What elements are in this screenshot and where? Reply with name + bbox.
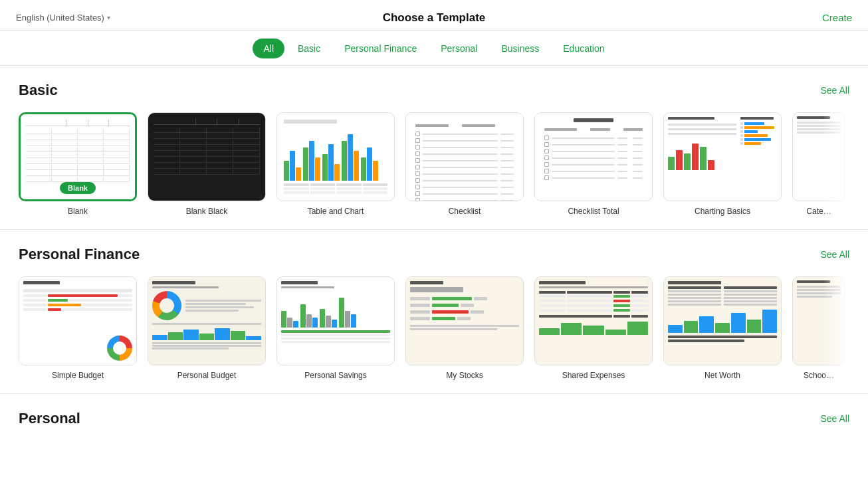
template-table-chart-label: Table and Chart — [308, 207, 364, 216]
template-personal-savings-thumb — [276, 276, 395, 365]
template-personal-budget-label: Personal Budget — [177, 371, 237, 380]
section-basic-title: Basic — [19, 82, 58, 99]
template-simple-budget[interactable]: Simple Budget — [19, 276, 137, 380]
see-all-personal[interactable]: See All — [820, 413, 849, 424]
template-blank-black-thumb — [148, 112, 266, 201]
template-personal-budget-thumb — [148, 276, 266, 365]
tab-business[interactable]: Business — [490, 39, 550, 58]
chevron-down-icon: ▾ — [107, 14, 110, 21]
template-my-stocks-label: My Stocks — [446, 371, 483, 380]
template-simple-budget-thumb — [19, 276, 137, 365]
template-checklist-total[interactable]: Checklist Total — [534, 112, 653, 216]
header: English (United States) ▾ Choose a Templ… — [0, 0, 868, 31]
template-blank[interactable]: Blank Blank — [19, 112, 137, 216]
tab-personal[interactable]: Personal — [430, 39, 488, 58]
template-checklist-total-label: Checklist Total — [568, 207, 619, 216]
template-cate-partial[interactable]: Cate… — [792, 112, 845, 216]
section-personal: Personal See All — [0, 394, 868, 454]
template-table-chart-thumb — [276, 112, 395, 201]
section-personal-finance: Personal Finance See All — [0, 230, 868, 394]
page-title: Choose a Template — [383, 11, 486, 25]
template-school-thumb — [792, 276, 845, 365]
template-shared-expenses-thumb — [534, 276, 653, 365]
tab-all[interactable]: All — [253, 39, 284, 58]
template-checklist-thumb — [405, 112, 524, 201]
template-cate-label: Cate… — [806, 207, 831, 216]
template-blank-thumb: Blank — [19, 112, 137, 201]
template-net-worth-thumb — [663, 276, 782, 365]
sections: Basic See All — [0, 66, 868, 478]
template-charting-basics-label: Charting Basics — [695, 207, 750, 216]
template-shared-expenses-label: Shared Expenses — [562, 371, 625, 380]
template-personal-savings[interactable]: Personal Savings — [276, 276, 395, 380]
template-blank-black-label: Blank Black — [186, 207, 228, 216]
template-net-worth[interactable]: Net Worth — [663, 276, 782, 380]
section-personal-finance-header: Personal Finance See All — [19, 246, 849, 263]
template-charting-basics-thumb — [663, 112, 782, 201]
template-school-partial[interactable]: Schoo… — [792, 276, 845, 380]
language-label: English (United States) — [16, 13, 104, 23]
create-button[interactable]: Create — [822, 12, 852, 23]
template-personal-budget[interactable]: Personal Budget — [148, 276, 266, 380]
template-my-stocks-thumb — [405, 276, 524, 365]
template-checklist[interactable]: Checklist — [405, 112, 524, 216]
section-personal-title: Personal — [19, 410, 80, 427]
personal-finance-template-grid: Simple Budget — [19, 276, 849, 380]
basic-template-grid: Blank Blank — [19, 112, 849, 216]
language-selector[interactable]: English (United States) ▾ — [16, 13, 110, 23]
section-basic-header: Basic See All — [19, 82, 849, 99]
nav-tabs: All Basic Personal Finance Personal Busi… — [0, 31, 868, 66]
template-net-worth-label: Net Worth — [705, 371, 740, 380]
section-personal-finance-title: Personal Finance — [19, 246, 140, 263]
section-basic: Basic See All — [0, 66, 868, 230]
template-checklist-label: Checklist — [449, 207, 481, 216]
see-all-basic[interactable]: See All — [820, 85, 849, 96]
template-personal-savings-label: Personal Savings — [304, 371, 366, 380]
blank-badge: Blank — [60, 182, 96, 194]
see-all-personal-finance[interactable]: See All — [820, 249, 849, 260]
template-my-stocks[interactable]: My Stocks — [405, 276, 524, 380]
tab-education[interactable]: Education — [552, 39, 615, 58]
section-personal-header: Personal See All — [19, 410, 849, 427]
template-table-chart[interactable]: Table and Chart — [276, 112, 395, 216]
template-checklist-total-thumb — [534, 112, 653, 201]
template-blank-black[interactable]: Blank Black — [148, 112, 266, 216]
template-shared-expenses[interactable]: Shared Expenses — [534, 276, 653, 380]
tab-personal-finance[interactable]: Personal Finance — [334, 39, 427, 58]
template-school-label: Schoo… — [804, 371, 834, 380]
template-charting-basics[interactable]: Charting Basics — [663, 112, 782, 216]
tab-basic[interactable]: Basic — [287, 39, 331, 58]
template-blank-label: Blank — [68, 207, 88, 216]
template-simple-budget-label: Simple Budget — [52, 371, 104, 380]
template-cate-thumb — [792, 112, 845, 201]
